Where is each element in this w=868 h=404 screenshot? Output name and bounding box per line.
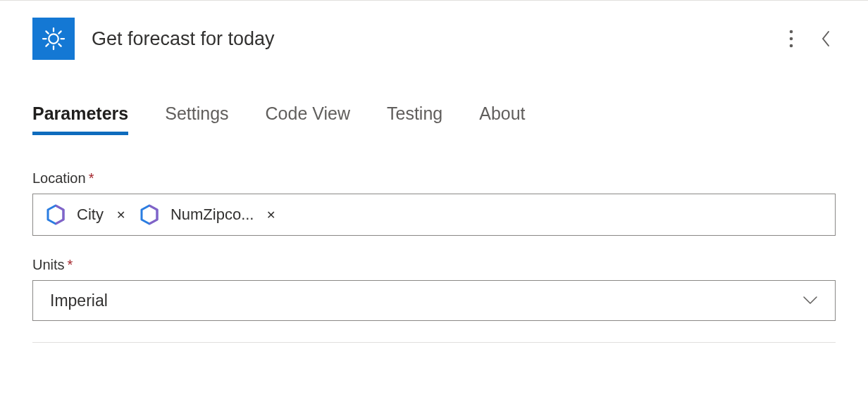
- svg-point-0: [49, 34, 58, 44]
- svg-point-10: [790, 37, 793, 41]
- header-actions: [785, 25, 836, 53]
- tab-parameters[interactable]: Parameters: [32, 103, 128, 134]
- tab-code-view[interactable]: Code View: [266, 103, 350, 134]
- location-field: Location* City ✕: [32, 170, 836, 236]
- token-label: City: [77, 206, 104, 224]
- svg-line-6: [58, 44, 61, 46]
- token-numzipco[interactable]: NumZipco... ✕: [137, 202, 280, 227]
- tab-about[interactable]: About: [479, 103, 525, 134]
- more-vertical-icon: [789, 30, 793, 48]
- chevron-down-icon: [802, 296, 818, 305]
- svg-point-12: [52, 211, 59, 218]
- panel-header: Get forecast for today: [0, 1, 868, 68]
- token-remove-button[interactable]: ✕: [112, 208, 130, 222]
- action-icon-container: [32, 18, 75, 60]
- action-panel: Get forecast for today Parameters Settin…: [0, 0, 868, 343]
- svg-point-11: [790, 44, 793, 48]
- dynamic-content-icon: [137, 202, 162, 227]
- tab-bar: Parameters Settings Code View Testing Ab…: [0, 68, 868, 134]
- required-indicator: *: [68, 257, 73, 272]
- svg-line-5: [46, 31, 48, 33]
- tab-testing[interactable]: Testing: [387, 103, 442, 134]
- location-input[interactable]: City ✕ NumZipco... ✕: [32, 194, 836, 236]
- collapse-button[interactable]: [816, 25, 836, 53]
- parameters-content: Location* City ✕: [0, 134, 868, 321]
- token-city[interactable]: City ✕: [43, 202, 130, 227]
- token-label: NumZipco...: [170, 206, 254, 224]
- location-label: Location*: [32, 170, 836, 187]
- dynamic-content-icon: [43, 202, 68, 227]
- units-label: Units*: [32, 257, 836, 273]
- svg-line-8: [58, 31, 61, 33]
- token-remove-button[interactable]: ✕: [262, 208, 280, 222]
- svg-point-13: [146, 211, 153, 218]
- svg-line-7: [46, 44, 48, 46]
- section-divider: [32, 342, 836, 343]
- required-indicator: *: [89, 170, 94, 186]
- svg-point-9: [790, 30, 793, 34]
- chevron-left-icon: [820, 29, 831, 49]
- sun-icon: [41, 26, 66, 51]
- units-value: Imperial: [50, 291, 108, 310]
- units-field: Units* Imperial: [32, 257, 836, 321]
- action-title: Get forecast for today: [92, 28, 768, 50]
- more-options-button[interactable]: [785, 25, 798, 52]
- units-select[interactable]: Imperial: [32, 280, 836, 321]
- tab-settings[interactable]: Settings: [165, 103, 228, 134]
